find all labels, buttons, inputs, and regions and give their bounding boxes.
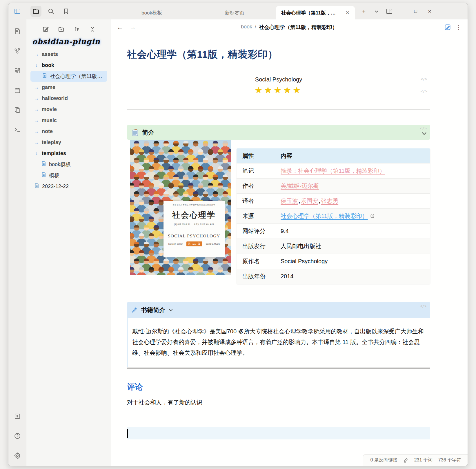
new-note-icon[interactable] [41,25,50,34]
minimize-button[interactable]: − [396,6,408,16]
table-row: 出版年份 2014 [237,269,430,284]
edit-block-code-icon[interactable]: </> [421,77,427,81]
comment-text: 对于社会和人，有了新的认识 [127,399,430,406]
rating-stars: ★★★★★ [127,85,430,95]
quick-switcher-icon[interactable] [12,26,23,37]
sidebar-file-social-psychology[interactable]: 社会心理学（第11版，… [30,71,107,82]
file-explorer: obsidian-plugin → assets ↓ book 社会心理学（第1… [26,19,110,466]
tab-book-template[interactable]: book模板 [110,6,193,19]
help-icon[interactable] [12,430,23,441]
cover-edition-cn: 第 11 版 [186,241,202,246]
table-row: 原作名 Social Psychology [237,254,430,269]
navigate-forward-icon[interactable]: → [130,23,136,31]
tab-list-chevron-icon[interactable] [372,6,381,16]
collapse-chevron-icon[interactable] [422,132,427,135]
sidebar-folder-game[interactable]: → game [30,82,107,93]
edit-block-code-icon[interactable]: </> [421,89,427,93]
intro-callout-header[interactable]: 简介 </> [127,125,430,140]
sidebar-file-template[interactable]: 模板 [37,170,107,181]
sort-order-icon[interactable] [72,25,81,34]
sidebar-folder-note[interactable]: → note [30,126,107,137]
more-options-icon[interactable]: ⋮ [456,24,462,31]
edit-toggle-icon[interactable] [444,24,451,31]
tab-close-icon[interactable]: ✕ [344,9,351,17]
table-row: 来源 社会心理学（第11版，精装彩印） [237,209,430,224]
note-link[interactable]: 摘录：社会心理学（第11版，精装彩印） [281,167,385,175]
collapse-chevron-icon[interactable] [169,309,173,312]
obsidian-window: book模板 新标签页 社会心理学（第11版，… ✕ + − □ × [8,3,468,466]
vault-title[interactable]: obsidian-plugin [29,37,108,49]
translator-link[interactable]: 侯玉波 [281,197,298,205]
cover-edition-en: Eleventh Edition [168,243,183,245]
tab-new-tab[interactable]: 新标签页 [193,6,276,19]
terminal-icon[interactable] [12,124,23,135]
cover-author-en: David G. Myers [206,243,220,245]
sidebar-file-daily-note[interactable]: 2023-12-22 [30,181,107,192]
word-count[interactable]: 231 个词 [414,457,433,463]
right-sidebar-toggle-icon[interactable] [384,6,394,16]
view-header: ← → book / 社会心理学（第11版，精装彩印） ⋮ [110,19,468,35]
collapse-all-icon[interactable] [88,25,97,34]
source-link[interactable]: 社会心理学（第11版，精装彩印） [281,212,368,220]
edit-mode-pencil-icon[interactable] [403,458,408,463]
cover-recommend-text: 教育部高等学校心理学教学指导委员会推荐用书 [173,204,215,206]
new-tab-icon[interactable]: + [359,6,369,16]
close-button[interactable]: × [424,6,435,16]
tab-label: 社会心理学（第11版，… [281,10,341,16]
main-pane: ← → book / 社会心理学（第11版，精装彩印） ⋮ 社会心理学（第11版… [110,19,468,466]
folder-collapsed-arrow-icon: → [34,84,39,90]
tab-social-psychology[interactable]: 社会心理学（第11版，… ✕ [276,6,355,19]
pencil-icon [132,307,137,313]
sidebar-folder-templates[interactable]: ↓ templates [30,148,107,159]
table-row: 出版发行 人民邮电出版社 [237,239,430,254]
sidebar-folder-movie[interactable]: → movie [30,104,107,115]
divider [127,109,430,110]
note-editor[interactable]: 社会心理学（第11版，精装彩印） Social Psychology </> ★… [110,35,468,466]
notepad-icon [132,129,139,136]
files-tab-icon[interactable] [30,6,41,17]
breadcrumb-title[interactable]: 社会心理学（第11版，精装彩印） [259,24,337,31]
book-intro-text: 戴维·迈尔斯的《社会心理学》是美国700 多所大专院校社会心理学教学所采用的教材… [127,318,430,367]
table-header-row: 属性 内容 [237,148,430,163]
canvas-icon[interactable] [12,65,23,76]
settings-gear-icon[interactable] [12,450,23,461]
sidebar-file-book-template[interactable]: book模板 [37,159,107,170]
intro-callout-title: 简介 [142,128,154,137]
edit-block-code-icon[interactable]: </> [420,304,427,308]
sidebar-folder-book[interactable]: ↓ book [30,60,107,71]
book-intro-callout-header[interactable]: 书籍简介 </> [127,302,430,318]
text-cursor [127,429,128,438]
author-link[interactable]: 美/戴维·迈尔斯 [281,182,319,190]
translator-link[interactable]: 乐国安 [301,197,318,205]
cover-title-cn: 社会心理学 [172,210,216,220]
translator-link[interactable]: 张志勇 [321,197,338,205]
calendar-icon[interactable] [12,85,23,96]
table-row: 网站评分 9.4 [237,224,430,239]
copy-template-icon[interactable] [12,105,23,116]
graph-view-icon[interactable] [12,46,23,57]
maximize-button[interactable]: □ [410,6,422,16]
backlinks-count[interactable]: 0 条反向链接 [370,457,397,463]
vault-switcher-icon[interactable] [12,411,23,422]
book-intro-callout: 书籍简介 </> 戴维·迈尔斯的《社会心理学》是美国700 多所大专院校社会心理… [127,302,430,367]
folder-collapsed-arrow-icon: → [34,139,39,146]
folder-collapsed-arrow-icon: → [34,51,39,57]
sidebar-folder-music[interactable]: → music [30,115,107,126]
book-cover-image: 教育部高等学校心理学教学指导委员会推荐用书 社会心理学 [美] 戴维·迈尔斯 著… [130,140,231,275]
new-folder-icon[interactable] [57,25,66,34]
sidebar-folder-teleplay[interactable]: → teleplay [30,137,107,148]
navigate-back-icon[interactable]: ← [117,23,123,31]
bookmark-tab-icon[interactable] [61,6,72,17]
char-count[interactable]: 736 个字符 [438,457,461,463]
book-cover-panel: 教育部高等学校心理学教学指导委员会推荐用书 社会心理学 [美] 戴维·迈尔斯 著… [163,201,225,257]
sidebar-folder-halloworld[interactable]: → halloworld [30,93,107,104]
search-tab-icon[interactable] [46,6,57,17]
active-edit-line[interactable] [127,427,430,439]
intro-callout-body: 教育部高等学校心理学教学指导委员会推荐用书 社会心理学 [美] 戴维·迈尔斯 著… [127,140,430,284]
document-icon [34,183,39,190]
sidebar-folder-assets[interactable]: → assets [30,49,107,60]
breadcrumb-folder[interactable]: book [241,24,252,31]
left-sidebar-toggle-icon[interactable] [12,6,23,17]
edit-block-code-icon[interactable]: </> [420,126,427,130]
folder-collapsed-arrow-icon: → [34,128,39,134]
